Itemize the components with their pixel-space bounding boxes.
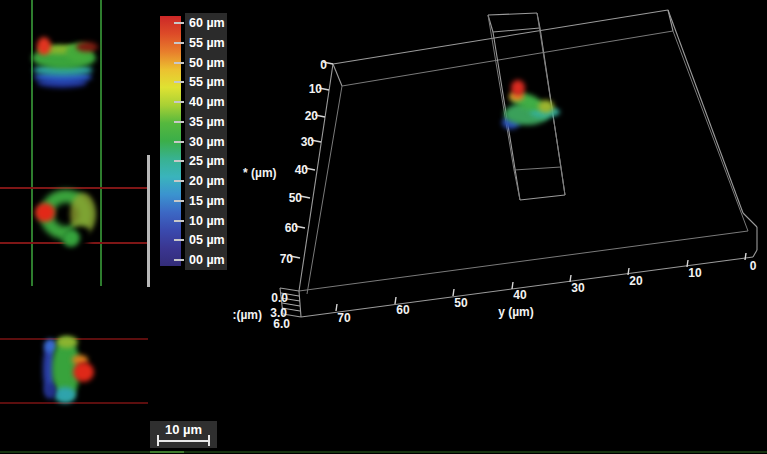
y-tick-label: 60 — [396, 303, 410, 317]
x-tick-label: 60 — [285, 221, 299, 235]
z-tick-label: 6.0 — [273, 317, 290, 331]
x-tick-label: 10 — [309, 82, 323, 96]
blob-yellowgreen-layer — [538, 100, 554, 113]
blob-red-top — [511, 80, 525, 96]
x-tick-label: 0 — [320, 58, 327, 72]
x-tick-label: 20 — [305, 109, 319, 123]
x-tick-label: 70 — [280, 252, 294, 266]
volume-specimen-blob — [500, 76, 562, 134]
y-tick-label: 70 — [337, 311, 351, 325]
microscopy-depth-viewer: 60 µm 55 µm 50 µm 55 µm 40 µm 35 µm 30 µ… — [0, 0, 767, 454]
x-tick-label: 50 — [289, 191, 303, 205]
y-tick-label: 30 — [571, 281, 585, 295]
y-axis: 0 10 20 30 40 50 60 70 y (µm) — [336, 253, 757, 325]
z-tick-label: 0.0 — [271, 291, 288, 305]
y-axis-title: y (µm) — [498, 305, 534, 319]
slab-wireframe — [280, 10, 757, 317]
volume-3d-view[interactable]: 0 10 20 30 40 50 60 70 * (µm) 0 10 20 30… — [0, 0, 767, 454]
y-tick-label: 10 — [688, 266, 702, 280]
x-axis-title: * (µm) — [243, 166, 277, 180]
z-axis: 0.0 3.0 6.0 :(µm) — [232, 291, 290, 331]
y-tick-label: 0 — [750, 259, 757, 273]
y-tick-label: 50 — [454, 296, 468, 310]
y-tick-label: 20 — [629, 274, 643, 288]
y-tick-label: 40 — [513, 288, 527, 302]
x-axis: 0 10 20 30 40 50 60 70 * (µm) — [243, 58, 333, 266]
x-tick-label: 40 — [295, 163, 309, 177]
x-tick-label: 30 — [301, 135, 315, 149]
z-axis-title: :(µm) — [232, 308, 262, 322]
